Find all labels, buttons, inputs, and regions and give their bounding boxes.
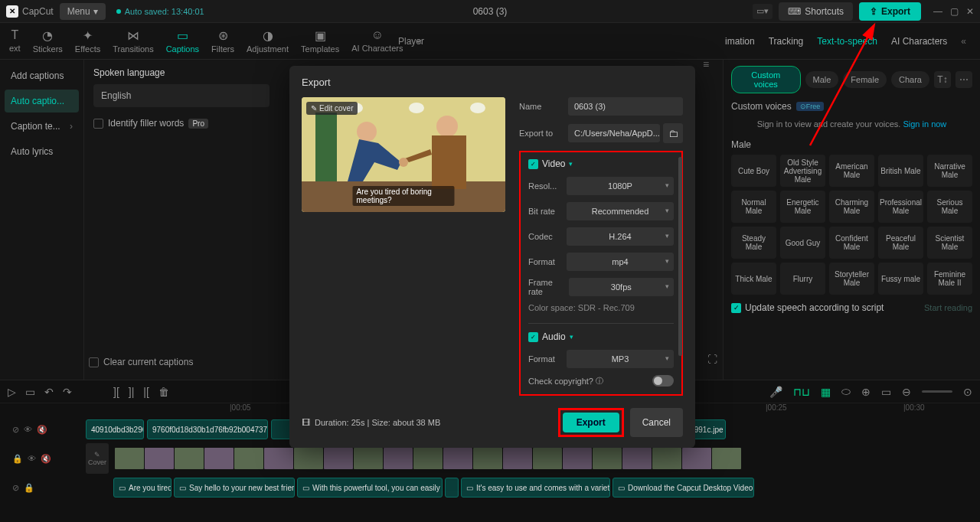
export-name-input[interactable]: [568, 97, 683, 116]
tab-transitions[interactable]: ⋈Transitions: [108, 25, 158, 57]
pill-character[interactable]: Chara: [891, 71, 929, 88]
mic-icon[interactable]: 🎤: [769, 386, 782, 398]
player-menu-icon[interactable]: ≡: [703, 58, 709, 70]
copyright-toggle[interactable]: [652, 375, 674, 387]
magnet-icon[interactable]: ⊓⊔: [793, 386, 810, 398]
voice-option[interactable]: Serious Male: [927, 191, 972, 223]
info-icon[interactable]: ⓘ: [596, 376, 603, 387]
redo-icon[interactable]: ↷: [63, 386, 72, 398]
audio-checkbox[interactable]: ✓: [528, 332, 538, 342]
voice-option[interactable]: Storyteller Male: [829, 263, 874, 295]
mute-icon[interactable]: 🔒: [24, 483, 34, 493]
voice-option[interactable]: Professional Male: [878, 191, 923, 223]
voice-option[interactable]: Cute Boy: [731, 155, 776, 187]
fullscreen-icon[interactable]: ⛶: [704, 351, 720, 367]
tab-adjustment[interactable]: ◑Adjustment: [242, 25, 293, 57]
browse-folder-button[interactable]: 🗀: [663, 123, 683, 143]
screen-icon[interactable]: ▭: [881, 386, 891, 398]
zoom-out-icon[interactable]: ⊖: [902, 386, 911, 398]
delete-icon[interactable]: 🗑: [158, 386, 169, 398]
voice-option[interactable]: Thick Male: [731, 263, 776, 295]
voice-option[interactable]: Flurry: [780, 263, 825, 295]
preview-icon[interactable]: ⊕: [861, 386, 871, 398]
codec-select[interactable]: H.264: [567, 227, 674, 246]
text-style-icon[interactable]: T↕: [934, 71, 951, 88]
voice-option[interactable]: Good Guy: [780, 227, 825, 259]
shortcuts-button[interactable]: ⌨ Shortcuts: [779, 2, 853, 21]
aspect-ratio-button[interactable]: ▭▾: [753, 4, 773, 19]
resolution-select[interactable]: 1080P: [567, 177, 674, 195]
tab-captions[interactable]: ▭Captions: [162, 25, 204, 57]
edit-cover-button[interactable]: ✎Edit cover: [306, 102, 358, 115]
mute-icon[interactable]: 🔇: [37, 425, 47, 435]
format-select[interactable]: mp4: [567, 253, 674, 271]
scrollbar[interactable]: [678, 157, 682, 356]
mute-icon[interactable]: 🔇: [41, 454, 51, 464]
minimize-icon[interactable]: —: [933, 6, 942, 17]
pill-female[interactable]: Female: [843, 71, 887, 88]
voice-option[interactable]: Normal Male: [731, 191, 776, 223]
menu-button[interactable]: Menu▾: [60, 3, 106, 20]
pill-male[interactable]: Male: [805, 71, 839, 88]
caption-templates-button[interactable]: ›Caption te...: [5, 115, 79, 138]
tab-filters[interactable]: ⊛Filters: [207, 25, 239, 57]
update-speech-checkbox[interactable]: ✓: [731, 303, 741, 313]
select-tool-icon[interactable]: ▭: [25, 386, 35, 398]
caret-down-icon[interactable]: ▾: [569, 160, 573, 168]
more-icon[interactable]: ⋯: [956, 71, 972, 88]
export-topbar-button[interactable]: ⇪ Export: [859, 2, 921, 21]
auto-icon[interactable]: ▦: [821, 386, 831, 398]
tab-effects[interactable]: ✦Effects: [70, 25, 105, 57]
voice-option[interactable]: Old Style Advertising Male: [780, 155, 825, 187]
zoom-in-icon[interactable]: ⊙: [963, 386, 972, 398]
lock-icon[interactable]: ⊘: [12, 483, 19, 493]
pill-custom-voices[interactable]: Custom voices: [731, 66, 801, 93]
caret-down-icon[interactable]: ▾: [570, 333, 573, 341]
tab-text-to-speech[interactable]: Text-to-speech: [817, 36, 877, 47]
clear-captions-row[interactable]: Clear current captions: [89, 357, 193, 367]
tab-tracking[interactable]: Tracking: [769, 36, 804, 47]
start-reading-button[interactable]: Start reading: [924, 303, 972, 312]
auto-captions-button[interactable]: Auto captio...: [5, 90, 79, 113]
signin-link[interactable]: Sign in now: [903, 119, 946, 129]
bitrate-select[interactable]: Recommended: [567, 202, 674, 220]
voice-option[interactable]: Peaceful Male: [878, 227, 923, 259]
split-icon[interactable]: ][: [113, 386, 119, 398]
lock-icon[interactable]: ⊘: [12, 425, 19, 435]
tab-ai-characters2[interactable]: AI Characters: [891, 36, 947, 47]
language-dropdown[interactable]: English: [93, 84, 270, 107]
video-thumbnails[interactable]: [115, 448, 741, 469]
framerate-select[interactable]: 30fps: [569, 278, 674, 296]
tab-templates[interactable]: ▣Templates: [296, 25, 344, 57]
maximize-icon[interactable]: ▢: [950, 6, 959, 17]
voice-option[interactable]: Confident Male: [829, 227, 874, 259]
undo-icon[interactable]: ↶: [44, 386, 54, 398]
tab-animation[interactable]: imation: [725, 36, 755, 47]
voice-option[interactable]: American Male: [829, 155, 874, 187]
checkbox-icon[interactable]: [93, 119, 103, 129]
timeline-track-captions[interactable]: ⊘🔒 ▭Are you tired o ▭Say hello to your n…: [5, 475, 980, 500]
voice-option[interactable]: Charming Male: [829, 191, 874, 223]
collapse-right-icon[interactable]: «: [961, 36, 966, 47]
voice-option[interactable]: Energetic Male: [780, 191, 825, 223]
trim-right-icon[interactable]: |[: [143, 386, 149, 398]
pointer-tool-icon[interactable]: ▷: [8, 386, 16, 398]
cover-button[interactable]: ✎Cover: [86, 443, 109, 474]
zoom-slider[interactable]: [922, 390, 952, 393]
audio-format-select[interactable]: MP3: [567, 350, 674, 368]
close-icon[interactable]: ✕: [966, 6, 974, 17]
tab-stickers[interactable]: ◔Stickers: [28, 25, 67, 57]
visibility-icon[interactable]: 👁: [24, 425, 32, 435]
cancel-button[interactable]: Cancel: [630, 408, 683, 437]
export-button[interactable]: Export: [563, 413, 619, 432]
voice-option[interactable]: Scientist Male: [927, 227, 972, 259]
tab-text[interactable]: Text: [5, 25, 25, 57]
checkbox-icon[interactable]: [89, 357, 99, 367]
add-captions-button[interactable]: Add captions: [5, 64, 79, 87]
voice-option[interactable]: Narrative Male: [927, 155, 972, 187]
video-checkbox[interactable]: ✓: [528, 159, 538, 169]
voice-option[interactable]: Steady Male: [731, 227, 776, 259]
auto-lyrics-button[interactable]: Auto lyrics: [5, 140, 79, 163]
link-icon[interactable]: ⬭: [841, 385, 851, 398]
visibility-icon[interactable]: 👁: [28, 454, 36, 464]
